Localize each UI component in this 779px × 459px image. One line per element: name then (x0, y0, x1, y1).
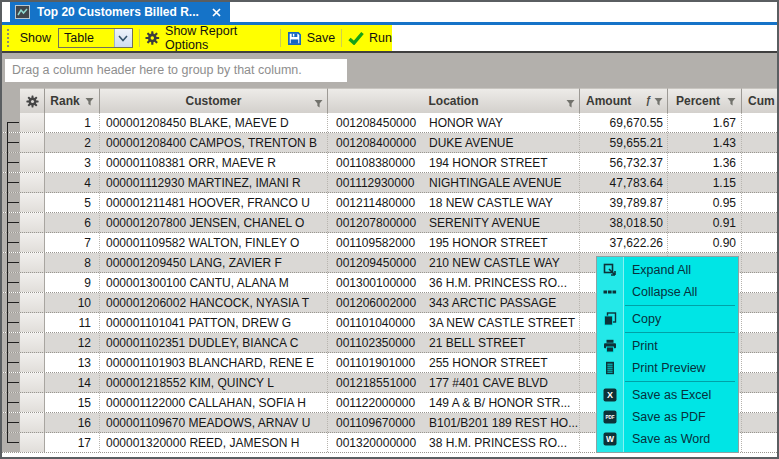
filter-icon[interactable] (314, 99, 323, 108)
menu-item-copy[interactable]: Copy (597, 308, 738, 330)
show-label: Show (20, 31, 51, 45)
location-code: 001109582000 (336, 236, 429, 250)
location-code: 001109670000 (336, 416, 429, 430)
row-indicator[interactable] (20, 413, 45, 432)
location-code: 001208400000 (336, 136, 429, 150)
row-indicator[interactable] (20, 213, 45, 232)
location-address: 255 HONOR STREET (429, 356, 548, 370)
cell-cumulative (742, 233, 777, 252)
table-row[interactable]: 4 000001112930 MARTINEZ, IMANI R 0011129… (2, 173, 777, 193)
menu-item-print-preview[interactable]: Print Preview (597, 357, 738, 379)
row-indicator[interactable] (20, 313, 45, 332)
function-icon[interactable]: ƒ (645, 96, 651, 106)
filter-icon[interactable] (654, 97, 663, 106)
cell-location: 00110235000021 BELL STREET (328, 333, 580, 352)
cell-percent: 1.15 (668, 173, 742, 192)
cell-customer: 000001109582 WALTON, FINLEY O (100, 233, 328, 252)
column-header-amount[interactable]: Amount ƒ (580, 88, 668, 113)
save-button[interactable]: Save (287, 31, 336, 46)
show-report-options-button[interactable]: Show Report Options (145, 24, 273, 52)
row-indicator[interactable] (20, 253, 45, 272)
close-tab-icon[interactable] (212, 8, 221, 17)
row-indicator[interactable] (20, 353, 45, 372)
menu-item-save-as-word[interactable]: W Save as Word (597, 428, 738, 450)
row-indicator[interactable] (20, 173, 45, 192)
column-header-percent[interactable]: Percent (668, 88, 742, 113)
filter-icon[interactable] (85, 97, 94, 106)
table-row[interactable]: 6 000001207800 JENSEN, CHANEL O 00120780… (2, 213, 777, 233)
row-indicator[interactable] (20, 113, 45, 132)
tree-branch (2, 353, 20, 372)
toolbar: Show Table (2, 25, 777, 51)
row-indicator[interactable] (20, 133, 45, 152)
table-row[interactable]: 5 000001211481 HOOVER, FRANCO U 00121148… (2, 193, 777, 213)
view-select[interactable]: Table (58, 28, 132, 48)
tree-branch (2, 433, 20, 452)
column-header-row: Rank Customer Location Amount ƒ Percent … (2, 88, 777, 113)
cell-location: 00130010000036 H.M. PRINCESS RO... (328, 273, 580, 292)
cell-customer: 000001320000 REED, JAMESON H (100, 433, 328, 452)
cell-rank: 12 (45, 333, 100, 352)
row-indicator[interactable] (20, 433, 45, 452)
row-indicator[interactable] (20, 373, 45, 392)
cell-location: 001208450000HONOR WAY (328, 113, 580, 132)
table-row[interactable]: 1 000001208450 BLAKE, MAEVE D 0012084500… (2, 113, 777, 133)
table-row[interactable]: 3 000001108381 ORR, MAEVE R 001108380000… (2, 153, 777, 173)
cell-cumulative (742, 313, 777, 332)
cell-customer: 000001206002 HANCOCK, NYASIA T (100, 293, 328, 312)
tree-branch (2, 313, 20, 332)
cell-amount: 56,732.37 (580, 153, 668, 172)
tab-bar: Top 20 Customers Billed R... (2, 2, 777, 22)
tab-top20-customers[interactable]: Top 20 Customers Billed R... (10, 2, 230, 22)
location-code: 001218551000 (336, 376, 429, 390)
cell-location: 00132000000038 H.M. PRINCESS RO... (328, 433, 580, 452)
grid-customize-button[interactable] (20, 88, 45, 113)
cell-cumulative (742, 373, 777, 392)
cell-cumulative (742, 213, 777, 232)
tree-branch (2, 393, 20, 412)
expand-all-icon (597, 263, 623, 277)
filter-icon[interactable] (727, 97, 736, 106)
location-address: 3A NEW CASTLE STREET (429, 316, 575, 330)
column-header-rank[interactable]: Rank (45, 88, 100, 113)
save-icon (287, 31, 302, 46)
chevron-down-icon[interactable] (114, 29, 132, 47)
row-indicator[interactable] (20, 333, 45, 352)
column-header-customer[interactable]: Customer (100, 88, 328, 113)
group-by-panel[interactable]: Drag a column header here to group by th… (2, 53, 777, 88)
table-row[interactable]: 2 000001208400 CAMPOS, TRENTON B 0012084… (2, 133, 777, 153)
row-indicator[interactable] (20, 193, 45, 212)
menu-item-save-as-pdf[interactable]: PDF Save as PDF (597, 406, 738, 428)
menu-item-save-as-excel[interactable]: X Save as Excel (597, 384, 738, 406)
cell-percent: 0.95 (668, 193, 742, 212)
cell-rank: 15 (45, 393, 100, 412)
cell-customer: 000001101903 BLANCHARD, RENE E (100, 353, 328, 372)
cell-cumulative (742, 353, 777, 372)
menu-item-label: Expand All (623, 263, 691, 277)
cell-amount: 38,018.50 (580, 213, 668, 232)
cell-amount: 59,655.21 (580, 133, 668, 152)
cell-rank: 16 (45, 413, 100, 432)
cell-customer: 000001209450 LANG, ZAVIER F (100, 253, 328, 272)
cell-rank: 2 (45, 133, 100, 152)
row-indicator[interactable] (20, 393, 45, 412)
location-address: 149 A & B/ HONOR STR... (429, 396, 570, 410)
menu-item-print[interactable]: Print (597, 335, 738, 357)
bottom-filler (2, 453, 777, 457)
row-indicator[interactable] (20, 273, 45, 292)
toolbar-drag-handle[interactable] (7, 29, 12, 47)
row-indicator[interactable] (20, 233, 45, 252)
menu-item-collapse-all[interactable]: Collapse All (597, 281, 738, 303)
cell-location: 001108380000194 HONOR STREET (328, 153, 580, 172)
location-code: 001112930000 (336, 176, 429, 190)
filter-icon[interactable] (566, 99, 575, 108)
row-indicator[interactable] (20, 153, 45, 172)
cell-rank: 10 (45, 293, 100, 312)
cell-rank: 17 (45, 433, 100, 452)
table-row[interactable]: 7 000001109582 WALTON, FINLEY O 00110958… (2, 233, 777, 253)
menu-item-expand-all[interactable]: Expand All (597, 259, 738, 281)
row-indicator[interactable] (20, 293, 45, 312)
column-header-location[interactable]: Location (328, 88, 580, 113)
run-button[interactable]: Run (348, 31, 392, 45)
column-header-cumulative[interactable]: Cum (742, 88, 777, 113)
